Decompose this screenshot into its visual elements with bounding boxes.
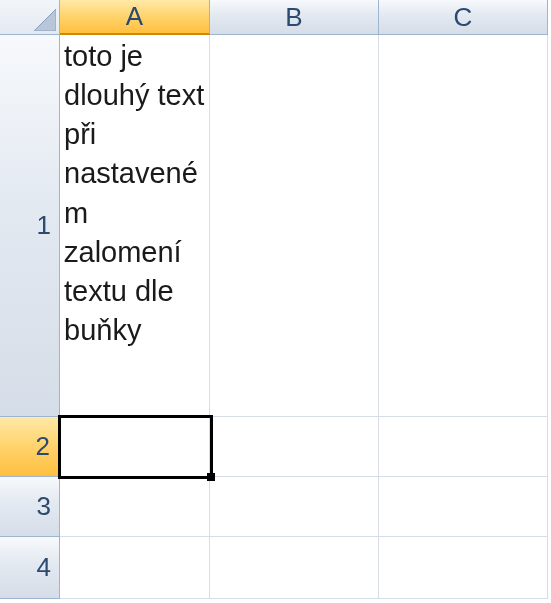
column-header-A[interactable]: A: [60, 0, 210, 35]
cell-C3[interactable]: [379, 477, 548, 537]
select-all-corner[interactable]: [0, 0, 60, 35]
row-header-2[interactable]: 2: [0, 417, 60, 477]
cell-B4[interactable]: [210, 537, 379, 599]
row-header-3[interactable]: 3: [0, 477, 60, 537]
cell-C2[interactable]: [379, 417, 548, 477]
spreadsheet-grid: A B C 1 toto je dlouhý text při nastaven…: [0, 0, 551, 603]
column-header-C[interactable]: C: [379, 0, 548, 35]
cell-B1[interactable]: [210, 35, 379, 417]
cell-C1[interactable]: [379, 35, 548, 417]
cell-A4[interactable]: [60, 537, 210, 599]
select-all-icon: [34, 9, 56, 31]
cell-C4[interactable]: [379, 537, 548, 599]
cell-A2[interactable]: [60, 417, 210, 477]
cell-B2[interactable]: [210, 417, 379, 477]
column-header-B[interactable]: B: [210, 0, 379, 35]
svg-marker-0: [34, 9, 56, 31]
cell-A3[interactable]: [60, 477, 210, 537]
cell-B3[interactable]: [210, 477, 379, 537]
row-header-4[interactable]: 4: [0, 537, 60, 599]
row-header-1[interactable]: 1: [0, 35, 60, 417]
fill-handle[interactable]: [207, 473, 215, 481]
cell-A1-text: toto je dlouhý text při nastaveném zalom…: [64, 37, 205, 350]
cell-A1[interactable]: toto je dlouhý text při nastaveném zalom…: [60, 35, 210, 417]
